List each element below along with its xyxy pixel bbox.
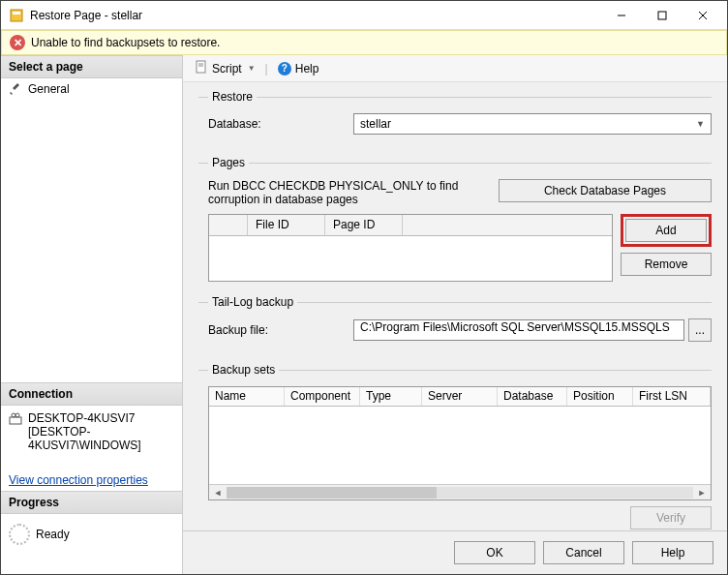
backup-sets-legend: Backup sets	[208, 363, 279, 377]
sidebar-item-general[interactable]: General	[1, 78, 182, 100]
check-database-pages-button[interactable]: Check Database Pages	[499, 179, 712, 202]
svg-point-8	[15, 413, 19, 417]
col-page-id: Page ID	[325, 215, 403, 235]
svg-rect-6	[10, 417, 21, 424]
scroll-right-icon[interactable]: ►	[695, 488, 709, 498]
wrench-icon	[9, 82, 22, 96]
dialog-footer: OK Cancel Help	[183, 530, 727, 574]
svg-rect-3	[658, 12, 666, 19]
pages-legend: Pages	[208, 156, 249, 169]
toolbar: Script ▼ | ? Help	[183, 55, 727, 82]
server-icon	[9, 411, 22, 428]
help-button[interactable]: Help	[632, 541, 713, 564]
database-label: Database:	[208, 117, 353, 131]
dialog-window: Restore Page - stellar ✕ Unable to find …	[0, 0, 728, 575]
maximize-button[interactable]	[642, 2, 682, 29]
cancel-button[interactable]: Cancel	[543, 541, 624, 564]
select-page-header: Select a page	[1, 55, 182, 78]
message-text: Unable to find backupsets to restore.	[31, 36, 220, 49]
progress-status-area: Ready	[1, 514, 182, 574]
connection-info: DESKTOP-4KUSVI7 [DESKTOP-4KUSVI7\WINDOWS…	[1, 406, 182, 469]
main-panel: Script ▼ | ? Help Restore Database: stel…	[183, 55, 727, 574]
scroll-thumb[interactable]	[227, 487, 437, 499]
add-button[interactable]: Add	[625, 219, 707, 242]
backup-file-input[interactable]: C:\Program Files\Microsoft SQL Server\MS…	[353, 319, 684, 341]
restore-group: Restore Database: stellar ▼	[198, 90, 712, 148]
backup-sets-group: Backup sets Name Component Type Server D…	[198, 363, 712, 530]
dropdown-chevron-icon: ▼	[248, 64, 256, 73]
view-connection-properties-link[interactable]: View connection properties	[9, 473, 148, 487]
help-toolbar-button[interactable]: ? Help	[274, 60, 323, 77]
message-bar: ✕ Unable to find backupsets to restore.	[1, 30, 727, 55]
pages-group: Pages Run DBCC CHECKDB PHYSICAL_ONLY to …	[198, 156, 712, 288]
pages-hint: Run DBCC CHECKDB PHYSICAL_ONLY to find c…	[208, 179, 481, 206]
col-first-lsn: First LSN	[633, 387, 711, 406]
col-file-id: File ID	[248, 215, 325, 235]
backup-sets-grid[interactable]: Name Component Type Server Database Posi…	[208, 386, 712, 500]
svg-rect-1	[13, 12, 20, 15]
browse-button[interactable]: ...	[688, 318, 712, 342]
connection-auth: [DESKTOP-4KUSVI7\WINDOWS]	[28, 425, 174, 452]
database-select[interactable]: stellar ▼	[353, 113, 712, 135]
help-icon: ?	[278, 62, 291, 76]
progress-header: Progress	[1, 491, 182, 514]
horizontal-scrollbar[interactable]: ◄ ►	[209, 484, 711, 499]
col-database: Database	[498, 387, 567, 406]
window-buttons	[601, 2, 723, 29]
error-icon: ✕	[10, 35, 25, 50]
col-type: Type	[360, 387, 422, 406]
pages-grid[interactable]: File ID Page ID	[208, 214, 613, 282]
ok-button[interactable]: OK	[454, 541, 535, 564]
progress-status-text: Ready	[36, 528, 70, 541]
progress-spinner-icon	[9, 524, 30, 545]
add-button-highlight: Add	[621, 214, 712, 247]
col-component: Component	[285, 387, 360, 406]
app-icon	[9, 8, 24, 23]
sidebar: Select a page General Connection DESKTOP…	[1, 55, 183, 574]
col-server: Server	[422, 387, 498, 406]
col-name: Name	[209, 387, 285, 406]
scroll-left-icon[interactable]: ◄	[211, 488, 225, 498]
connection-server: DESKTOP-4KUSVI7	[28, 411, 174, 425]
verify-button: Verify	[630, 506, 712, 530]
close-button[interactable]	[682, 2, 723, 29]
database-value: stellar	[360, 117, 391, 131]
chevron-down-icon: ▼	[696, 119, 705, 129]
window-title: Restore Page - stellar	[30, 9, 601, 22]
tail-log-legend: Tail-Log backup	[208, 295, 297, 309]
tail-log-group: Tail-Log backup Backup file: C:\Program …	[198, 295, 712, 355]
backup-file-label: Backup file:	[208, 323, 353, 337]
minimize-button[interactable]	[601, 2, 642, 29]
restore-legend: Restore	[208, 90, 257, 104]
connection-header: Connection	[1, 382, 182, 406]
sidebar-item-label: General	[28, 82, 70, 96]
svg-rect-0	[11, 10, 22, 21]
col-position: Position	[567, 387, 633, 406]
script-button[interactable]: Script ▼	[191, 58, 259, 78]
svg-rect-9	[197, 61, 205, 73]
remove-button[interactable]: Remove	[621, 253, 712, 276]
svg-point-7	[12, 413, 15, 417]
script-icon	[195, 60, 208, 76]
titlebar[interactable]: Restore Page - stellar	[1, 1, 727, 30]
grid-corner	[209, 215, 248, 235]
